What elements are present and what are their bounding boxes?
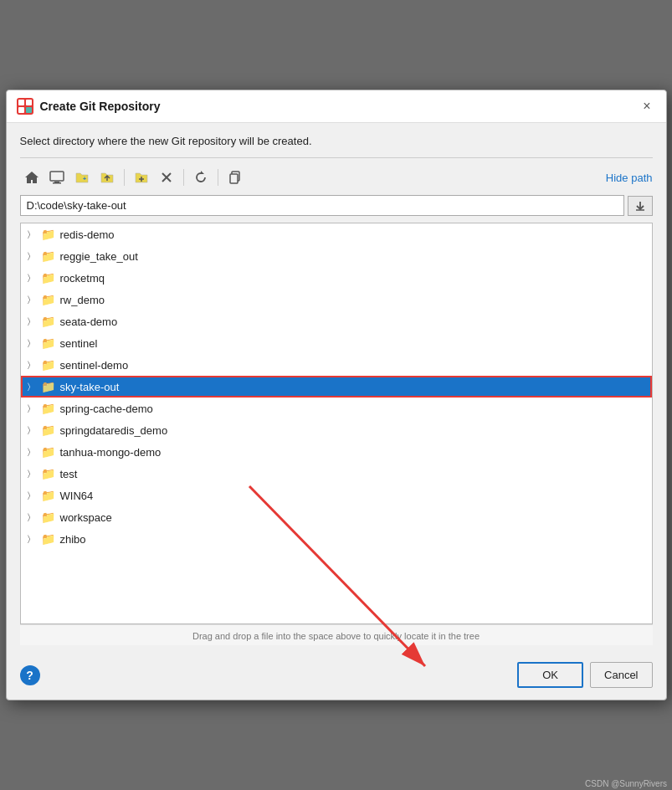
item-name: rocketmq bbox=[60, 272, 105, 285]
title-bar-left: Create Git Repository bbox=[17, 98, 161, 115]
chevron-icon: 〉 bbox=[28, 251, 41, 261]
item-name: tanhua-mongo-demo bbox=[60, 446, 162, 459]
cancel-button[interactable]: Cancel bbox=[590, 662, 652, 688]
app-icon bbox=[17, 98, 33, 115]
file-tree: 〉 📁 redis-demo 〉 📁 reggie_take_out 〉 📁 r… bbox=[20, 223, 653, 624]
desktop-button[interactable] bbox=[45, 167, 69, 188]
svg-rect-4 bbox=[26, 107, 32, 113]
desktop-icon bbox=[49, 170, 64, 185]
folder-icon: 📁 bbox=[41, 271, 55, 285]
svg-rect-7 bbox=[53, 182, 61, 184]
new-folder2-button[interactable] bbox=[130, 167, 153, 188]
folder-icon: 📁 bbox=[41, 249, 55, 263]
path-row bbox=[20, 195, 653, 216]
tree-item[interactable]: 〉 📁 workspace bbox=[21, 506, 652, 528]
svg-rect-15 bbox=[230, 174, 238, 183]
folder-icon: 📁 bbox=[41, 467, 55, 480]
folder-icon: 📁 bbox=[41, 445, 55, 459]
path-input[interactable] bbox=[20, 195, 624, 216]
hide-path-button[interactable]: Hide path bbox=[606, 172, 653, 184]
toolbar-buttons: + bbox=[20, 167, 247, 188]
up-button[interactable] bbox=[95, 167, 119, 188]
tree-item[interactable]: 〉 📁 spring-cache-demo bbox=[21, 398, 652, 419]
toolbar: + bbox=[20, 167, 653, 188]
chevron-icon: 〉 bbox=[28, 469, 41, 479]
folder-icon: 📁 bbox=[41, 423, 55, 437]
create-git-repo-dialog: Create Git Repository × Select directory… bbox=[6, 90, 667, 700]
separator bbox=[20, 157, 653, 158]
tree-item[interactable]: 〉 📁 test bbox=[21, 463, 652, 485]
tree-item[interactable]: 〉 📁 zhibo bbox=[21, 528, 652, 550]
new-folder-button[interactable]: + bbox=[70, 167, 94, 188]
copy-button[interactable] bbox=[223, 167, 247, 188]
item-name: seata-demo bbox=[60, 315, 118, 328]
item-name: rw_demo bbox=[60, 294, 105, 306]
folder-icon: 📁 bbox=[41, 489, 55, 502]
chevron-icon: 〉 bbox=[28, 338, 41, 348]
item-name: sky-take-out bbox=[60, 381, 120, 393]
help-button[interactable]: ? bbox=[20, 665, 40, 685]
item-name: reggie_take_out bbox=[60, 250, 138, 263]
tree-item[interactable]: 〉 📁 WIN64 bbox=[21, 485, 652, 506]
chevron-icon: 〉 bbox=[28, 316, 41, 326]
folder-icon: 📁 bbox=[41, 315, 55, 328]
tree-item[interactable]: 〉 📁 seata-demo bbox=[21, 310, 652, 332]
chevron-icon: 〉 bbox=[28, 360, 41, 370]
ok-button[interactable]: OK bbox=[517, 662, 583, 688]
folder-plus-icon bbox=[134, 170, 149, 185]
svg-rect-1 bbox=[18, 100, 24, 105]
chevron-icon: 〉 bbox=[28, 382, 41, 392]
expand-button[interactable] bbox=[628, 196, 653, 216]
tree-item[interactable]: 〉 📁 redis-demo bbox=[21, 223, 652, 245]
tree-item[interactable]: 〉 📁 tanhua-mongo-demo bbox=[21, 441, 652, 463]
item-name: redis-demo bbox=[60, 228, 115, 241]
item-name: sentinel bbox=[60, 337, 98, 350]
footer: ? OK Cancel bbox=[7, 654, 666, 700]
folder-icon: 📁 bbox=[41, 336, 55, 350]
tree-item[interactable]: 〉 📁 sky-take-out bbox=[21, 376, 652, 398]
toolbar-sep-2 bbox=[183, 169, 184, 186]
home-icon bbox=[24, 170, 39, 185]
folder-icon: 📁 bbox=[41, 532, 55, 546]
close-button[interactable]: × bbox=[638, 97, 655, 115]
chevron-icon: 〉 bbox=[28, 229, 41, 239]
drag-hint: Drag and drop a file into the space abov… bbox=[20, 624, 653, 645]
item-name: sentinel-demo bbox=[60, 359, 129, 372]
chevron-icon: 〉 bbox=[28, 295, 41, 305]
item-name: workspace bbox=[60, 511, 112, 524]
svg-rect-5 bbox=[50, 172, 64, 181]
item-name: spring-cache-demo bbox=[60, 403, 153, 415]
description-text: Select directory where the new Git repos… bbox=[20, 135, 653, 147]
tree-item[interactable]: 〉 📁 rocketmq bbox=[21, 267, 652, 289]
folder-icon: 📁 bbox=[41, 402, 55, 415]
chevron-icon: 〉 bbox=[28, 273, 41, 283]
toolbar-sep-1 bbox=[124, 169, 125, 186]
folder-icon: 📁 bbox=[41, 510, 55, 524]
svg-rect-2 bbox=[26, 100, 32, 105]
chevron-icon: 〉 bbox=[28, 447, 41, 457]
title-bar: Create Git Repository × bbox=[7, 90, 666, 123]
download-icon bbox=[634, 200, 646, 212]
home-button[interactable] bbox=[20, 167, 44, 188]
chevron-icon: 〉 bbox=[28, 425, 41, 435]
tree-item[interactable]: 〉 📁 sentinel bbox=[21, 332, 652, 354]
delete-button[interactable] bbox=[155, 167, 178, 188]
folder-icon: 📁 bbox=[41, 358, 55, 372]
chevron-icon: 〉 bbox=[28, 490, 41, 500]
tree-item[interactable]: 〉 📁 springdataredis_demo bbox=[21, 419, 652, 441]
refresh-icon bbox=[193, 170, 208, 185]
watermark: CSDN @SunnyRivers bbox=[585, 779, 667, 788]
folder-icon: 📁 bbox=[41, 380, 55, 393]
svg-text:+: + bbox=[83, 176, 86, 182]
footer-buttons: OK Cancel bbox=[517, 662, 652, 688]
chevron-icon: 〉 bbox=[28, 403, 41, 413]
up-folder-icon bbox=[100, 170, 115, 185]
chevron-icon: 〉 bbox=[28, 512, 41, 522]
svg-marker-13 bbox=[201, 171, 204, 174]
copy-icon bbox=[228, 170, 243, 185]
tree-item[interactable]: 〉 📁 rw_demo bbox=[21, 289, 652, 310]
tree-item[interactable]: 〉 📁 sentinel-demo bbox=[21, 354, 652, 376]
tree-item[interactable]: 〉 📁 reggie_take_out bbox=[21, 245, 652, 267]
refresh-button[interactable] bbox=[189, 167, 213, 188]
item-name: springdataredis_demo bbox=[60, 424, 168, 437]
